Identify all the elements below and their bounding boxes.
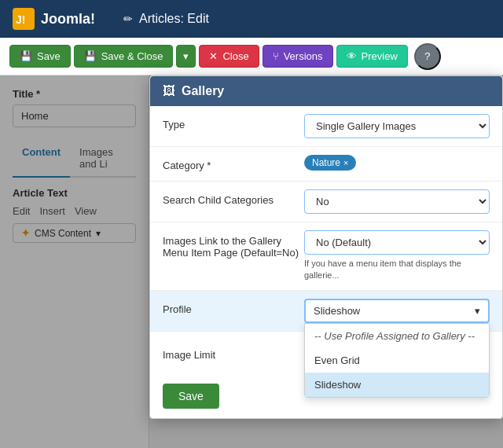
- search-child-select[interactable]: No: [304, 189, 490, 214]
- save-icon: 💾: [20, 50, 32, 62]
- save-close-icon: 💾: [84, 50, 97, 62]
- save-close-button[interactable]: 💾 Save & Close: [74, 45, 174, 68]
- help-button[interactable]: ?: [414, 43, 441, 70]
- nature-tag[interactable]: Nature ×: [304, 155, 356, 171]
- profile-value: Slideshow ▾ -- Use Profile Assigned to G…: [304, 299, 490, 323]
- images-link-row: Images Link to the Gallery Menu Item Pag…: [150, 222, 502, 291]
- category-label: Category *: [163, 155, 304, 171]
- category-value: Nature ×: [304, 155, 490, 171]
- dropdown-item-slideshow[interactable]: Slideshow: [305, 373, 489, 397]
- save-button[interactable]: 💾 Save: [9, 45, 71, 68]
- gallery-icon: 🖼: [163, 84, 175, 98]
- gallery-title: Gallery: [182, 84, 224, 98]
- type-row: Type Single Gallery Images: [150, 106, 502, 147]
- images-link-label: Images Link to the Gallery Menu Item Pag…: [163, 230, 304, 259]
- profile-row: Profile Slideshow ▾ -- Use Profile Assig…: [150, 291, 502, 331]
- images-link-select[interactable]: No (Default): [304, 230, 490, 255]
- category-row: Category * Nature ×: [150, 147, 502, 182]
- page-title: ✏ Articles: Edit: [123, 12, 209, 26]
- svg-text:J!: J!: [16, 13, 25, 26]
- type-value: Single Gallery Images: [304, 114, 490, 138]
- type-select[interactable]: Single Gallery Images: [304, 114, 490, 138]
- search-child-row: Search Child Categories No: [150, 182, 502, 222]
- modal-save-button[interactable]: Save: [163, 384, 219, 409]
- dropdown-item-use-profile[interactable]: -- Use Profile Assigned to Gallery --: [305, 324, 489, 348]
- search-child-label: Search Child Categories: [163, 189, 304, 206]
- close-icon: ✕: [209, 50, 218, 62]
- joomla-logo: J! Joomla!: [13, 8, 95, 30]
- profile-dropdown-arrow: ▾: [475, 305, 480, 317]
- logo-text: Joomla!: [41, 11, 95, 28]
- images-link-value: No (Default) If you have a menu item tha…: [304, 230, 490, 282]
- type-label: Type: [163, 114, 304, 130]
- joomla-logo-icon: J!: [13, 8, 35, 30]
- profile-dropdown-list: -- Use Profile Assigned to Gallery -- Ev…: [304, 323, 490, 398]
- dropdown-item-even-grid[interactable]: Even Grid: [305, 348, 489, 373]
- search-child-value: No: [304, 189, 490, 214]
- gallery-header: 🖼 Gallery: [150, 76, 502, 106]
- profile-dropdown-trigger[interactable]: Slideshow ▾: [304, 299, 490, 323]
- top-nav: J! Joomla! ✏ Articles: Edit: [0, 0, 503, 38]
- close-button[interactable]: ✕ Close: [199, 45, 259, 68]
- preview-icon: 👁: [347, 50, 357, 62]
- save-dropdown-button[interactable]: ▾: [176, 45, 196, 68]
- tag-close[interactable]: ×: [343, 158, 348, 167]
- edit-icon: ✏: [123, 13, 133, 25]
- versions-icon: ⑂: [273, 50, 279, 62]
- profile-dropdown-container: Slideshow ▾ -- Use Profile Assigned to G…: [304, 299, 490, 323]
- main-area: Title * Content Images and Li Article Te…: [0, 75, 503, 448]
- profile-label: Profile: [163, 299, 304, 315]
- preview-button[interactable]: 👁 Preview: [336, 45, 408, 68]
- gallery-modal: 🖼 Gallery Type Single Gallery Images Cat…: [149, 75, 503, 419]
- gallery-body: Type Single Gallery Images Category * Na…: [150, 106, 502, 331]
- image-limit-label: Image Limit: [163, 349, 304, 361]
- images-link-hint: If you have a menu item that displays th…: [304, 258, 490, 282]
- toolbar: 💾 Save 💾 Save & Close ▾ ✕ Close ⑂ Versio…: [0, 38, 503, 75]
- versions-button[interactable]: ⑂ Versions: [263, 45, 333, 68]
